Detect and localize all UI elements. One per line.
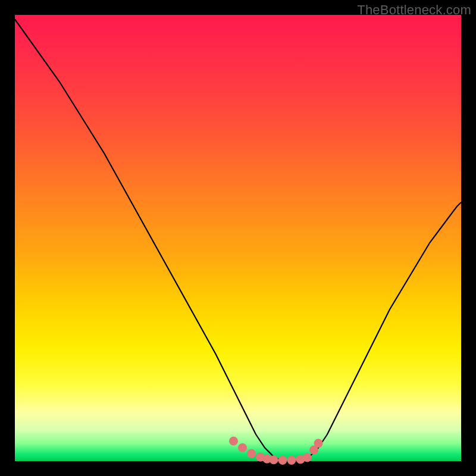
marker-dot <box>247 449 256 458</box>
chart-svg <box>15 15 461 461</box>
marker-dot <box>287 456 296 465</box>
marker-dot <box>238 443 247 452</box>
chart-frame: TheBottleneck.com <box>0 0 476 476</box>
plot-area <box>15 15 461 461</box>
left-curve <box>15 20 292 462</box>
right-curve <box>292 202 461 461</box>
marker-dot <box>303 453 312 462</box>
marker-dot <box>270 455 278 464</box>
marker-dot <box>278 456 287 465</box>
marker-dot <box>314 439 323 448</box>
watermark-text: TheBottleneck.com <box>357 2 471 18</box>
bottom-dots <box>229 437 323 465</box>
marker-dot <box>229 437 238 446</box>
